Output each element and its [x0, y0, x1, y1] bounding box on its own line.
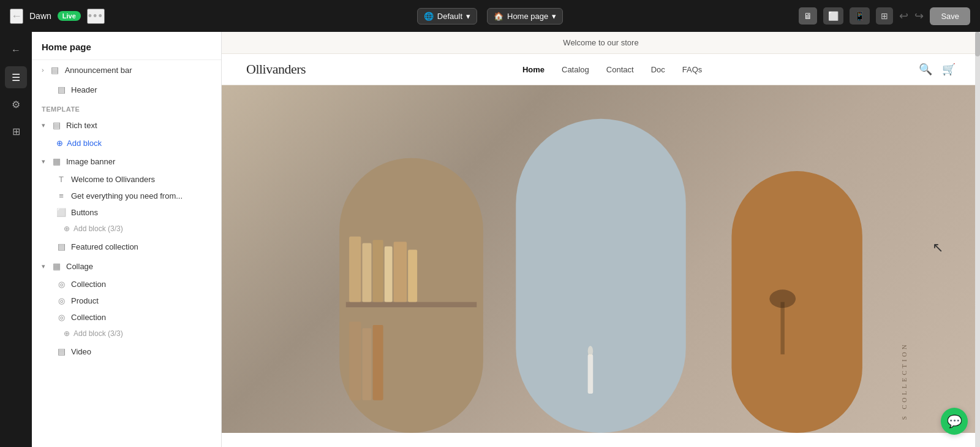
nav-link-faqs[interactable]: FAQs [682, 65, 703, 74]
announcement-bar-label: Announcement bar [65, 66, 132, 75]
back-nav-button[interactable]: ← [5, 39, 27, 61]
sidebar-item-featured-collection[interactable]: ▤ Featured collection [32, 237, 221, 256]
back-button[interactable]: ← [10, 9, 23, 24]
add-block-image-banner-disabled: ⊕ Add block (3/3) [32, 221, 221, 237]
scrollbar-thumb [975, 32, 980, 56]
hero-text-1: S COLLECTION [900, 342, 908, 420]
sidebar-item-announcement-bar[interactable]: › ▤ Announcement bar [32, 60, 221, 80]
sidebar-item-welcome-text[interactable]: T Welcome to Ollivanders [32, 171, 221, 188]
apps-button[interactable]: ⊞ [5, 120, 27, 142]
hero-arches-svg: S COLLECTION SPRING COLLE [222, 85, 980, 433]
rich-text-label: Rich text [66, 121, 97, 130]
preview-scrollbar[interactable] [975, 32, 980, 447]
page-label: Home page [507, 12, 548, 21]
chevron-down-icon: ▾ [552, 12, 556, 21]
collage-label: Collage [66, 262, 93, 271]
store-nav-links: Home Catalog Contact Doc FAQs [522, 65, 702, 74]
topbar: ← Dawn Live ••• 🌐 Default ▾ 🏠 Home page … [0, 0, 980, 32]
cart-icon[interactable]: 🛒 [942, 63, 956, 76]
settings-button[interactable]: ⚙ [5, 93, 27, 115]
welcome-text-label: Welcome to Ollivanders [71, 175, 155, 184]
svg-rect-15 [780, 302, 784, 354]
image-banner-icon: ▦ [51, 156, 61, 166]
search-icon[interactable]: 🔍 [919, 63, 932, 76]
chevron-down-icon: ▾ [42, 121, 45, 129]
undo-button[interactable]: ↩ [899, 9, 908, 23]
add-block-disabled-label: Add block (3/3) [74, 224, 123, 233]
page-select[interactable]: 🏠 Home page ▾ [487, 8, 563, 25]
svg-rect-3 [346, 302, 477, 308]
theme-label: Default [437, 12, 462, 21]
sidebar-item-buttons[interactable]: ⬜ Buttons [32, 204, 221, 221]
theme-select[interactable]: 🌐 Default ▾ [417, 8, 477, 25]
product-icon: ◎ [56, 296, 66, 305]
home-icon: 🏠 [494, 12, 503, 21]
text-block-icon: T [56, 175, 66, 184]
icon-sidebar: ← ☰ ⚙ ⊞ [0, 32, 32, 447]
chevron-down-icon: ▾ [42, 158, 45, 166]
preview-area: Welcome to our store Ollivanders Home Ca… [222, 32, 980, 447]
collection-icon-2: ◎ [56, 313, 66, 322]
add-block-collage-disabled-label: Add block (3/3) [74, 329, 123, 338]
sidebar-item-product[interactable]: ◎ Product [32, 292, 221, 309]
collage-icon: ▦ [51, 261, 61, 271]
text-lines-icon: ≡ [56, 191, 66, 201]
more-button[interactable]: ••• [87, 9, 105, 24]
image-banner-label: Image banner [66, 157, 115, 166]
add-block-label: Add block [67, 139, 102, 148]
sidebar-item-collection-1[interactable]: ◎ Collection [32, 276, 221, 292]
nav-link-home[interactable]: Home [522, 65, 545, 74]
sidebar-panel: Home page › ▤ Announcement bar ▤ Header … [32, 32, 222, 447]
app-name: Dawn [29, 11, 51, 21]
video-label: Video [71, 347, 91, 356]
redo-button[interactable]: ↪ [914, 9, 924, 23]
store-nav-actions: 🔍 🛒 [919, 63, 956, 76]
svg-point-14 [588, 346, 594, 356]
panel-title: Home page [32, 32, 221, 60]
panel-scroll-area[interactable]: › ▤ Announcement bar ▤ Header Template ▾… [32, 60, 221, 447]
announcement-text: Welcome to our store [563, 38, 638, 47]
sidebar-item-get-everything[interactable]: ≡ Get everything you need from... [32, 188, 221, 204]
sidebar-item-image-banner[interactable]: ▾ ▦ Image banner [32, 151, 221, 171]
chevron-down-icon: ▾ [466, 12, 470, 21]
chat-bubble-button[interactable]: 💬 [941, 408, 968, 435]
sidebar-item-header[interactable]: ▤ Header [32, 80, 221, 99]
desktop-view-button[interactable]: 🖥 [799, 7, 817, 25]
svg-rect-10 [349, 322, 361, 400]
store-logo: Ollivanders [246, 61, 306, 77]
nav-link-catalog[interactable]: Catalog [562, 65, 589, 74]
svg-rect-4 [349, 237, 361, 302]
add-block-rich-text-button[interactable]: ⊕ Add block [32, 135, 221, 151]
topbar-right: 🖥 ⬜ 📱 ⊞ ↩ ↪ Save [570, 7, 970, 25]
header-icon: ▤ [56, 85, 66, 94]
svg-rect-8 [394, 242, 407, 302]
tablet-view-button[interactable]: ⬜ [823, 7, 843, 25]
collection-icon-1: ◎ [56, 280, 66, 289]
svg-rect-6 [373, 240, 383, 302]
sections-button[interactable]: ☰ [5, 66, 27, 88]
sidebar-item-collection-2[interactable]: ◎ Collection [32, 309, 221, 326]
chat-icon: 💬 [947, 414, 962, 429]
save-button[interactable]: Save [930, 7, 970, 25]
button-block-icon: ⬜ [56, 208, 66, 217]
svg-rect-12 [373, 325, 383, 400]
mobile-view-button[interactable]: 📱 [850, 7, 870, 25]
hero-background: S COLLECTION SPRING COLLE [222, 85, 980, 433]
product-label: Product [71, 296, 99, 305]
live-badge: Live [58, 11, 81, 21]
video-icon: ▤ [56, 346, 66, 356]
topbar-center: 🌐 Default ▾ 🏠 Home page ▾ [417, 8, 563, 25]
sidebar-item-rich-text[interactable]: ▾ ▤ Rich text [32, 115, 221, 135]
buttons-label: Buttons [71, 208, 98, 217]
template-label: Template [32, 99, 221, 115]
arch-middle [516, 119, 685, 433]
svg-point-16 [769, 289, 796, 308]
sidebar-item-collage[interactable]: ▾ ▦ Collage [32, 256, 221, 276]
announcement-bar-icon: ▤ [50, 65, 60, 75]
themes-button[interactable]: ⊞ [876, 7, 893, 25]
preview-inner: Welcome to our store Ollivanders Home Ca… [222, 32, 980, 447]
svg-rect-7 [385, 246, 393, 302]
nav-link-contact[interactable]: Contact [606, 65, 634, 74]
nav-link-doc[interactable]: Doc [651, 65, 665, 74]
sidebar-item-video[interactable]: ▤ Video [32, 342, 221, 361]
